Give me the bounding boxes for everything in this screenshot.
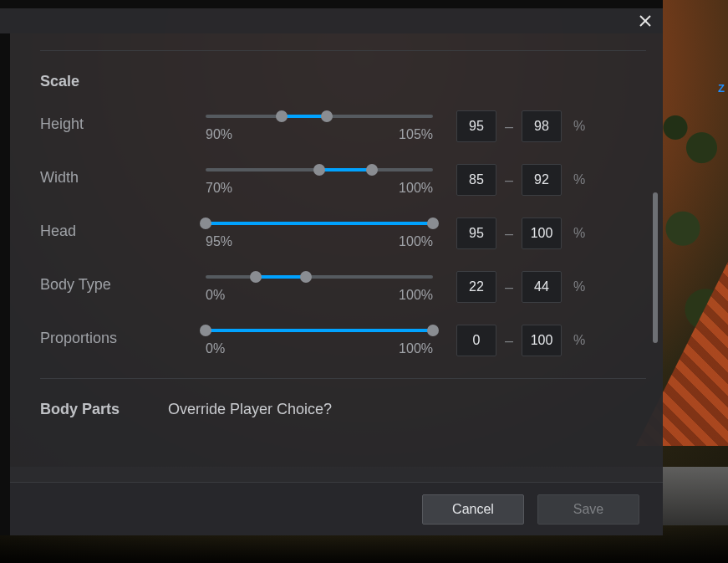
- slider-thumb-high[interactable]: [300, 271, 312, 283]
- vertical-scrollbar[interactable]: [651, 67, 659, 448]
- slider-thumb-low[interactable]: [313, 164, 325, 176]
- slider-track: [206, 275, 433, 279]
- range-dash: –: [505, 118, 513, 136]
- scale-label-width: Width: [40, 164, 182, 187]
- slider-max-label: 105%: [399, 127, 433, 142]
- slider-thumb-high[interactable]: [427, 218, 439, 229]
- slider-thumb-high[interactable]: [321, 110, 333, 122]
- range-low-input-head[interactable]: [456, 218, 496, 249]
- slider-fill: [206, 329, 433, 332]
- range-low-input-body-type[interactable]: [456, 271, 496, 303]
- slider-min-label: 95%: [206, 234, 232, 249]
- range-slider-body-type[interactable]: [206, 271, 433, 283]
- close-icon[interactable]: [638, 13, 653, 28]
- slider-thumb-high[interactable]: [366, 164, 378, 176]
- scale-row-body-type: Body Type0%100%–%: [40, 271, 646, 303]
- slider-max-label: 100%: [399, 341, 433, 356]
- dialog-titlebar: [0, 8, 663, 33]
- range-slider-head[interactable]: [206, 218, 433, 229]
- slider-thumb-low[interactable]: [276, 110, 288, 122]
- section-divider-bottom: [40, 378, 646, 379]
- world-marker-z: Z: [718, 82, 725, 95]
- scrollbar-thumb[interactable]: [653, 192, 658, 343]
- scale-row-proportions: Proportions0%100%–%: [40, 325, 646, 356]
- scale-label-proportions: Proportions: [40, 325, 182, 347]
- range-slider-height[interactable]: [206, 110, 433, 122]
- range-low-input-height[interactable]: [456, 110, 496, 142]
- range-slider-proportions[interactable]: [206, 325, 433, 336]
- left-gutter: [0, 33, 10, 482]
- range-dash: –: [505, 171, 513, 189]
- scale-label-body-type: Body Type: [40, 271, 182, 294]
- range-high-input-proportions[interactable]: [522, 325, 562, 356]
- range-high-input-head[interactable]: [522, 218, 562, 249]
- range-high-input-width[interactable]: [522, 164, 562, 196]
- dialog-content: Scale Height90%105%–%Width70%100%–%Head9…: [10, 33, 663, 482]
- override-question: Override Player Choice?: [168, 401, 332, 418]
- percent-unit: %: [573, 226, 585, 241]
- slider-max-label: 100%: [399, 234, 433, 249]
- dialog-top-strip: [0, 0, 663, 8]
- scale-row-height: Height90%105%–%: [40, 110, 646, 142]
- section-divider-top: [40, 50, 646, 51]
- range-low-input-proportions[interactable]: [456, 325, 496, 356]
- scale-row-head: Head95%100%–%: [40, 218, 646, 249]
- slider-min-label: 0%: [206, 288, 225, 303]
- left-gutter-footer: [0, 482, 10, 535]
- slider-max-label: 100%: [399, 181, 433, 196]
- slider-fill: [256, 275, 306, 279]
- scale-label-head: Head: [40, 218, 182, 240]
- percent-unit: %: [573, 172, 585, 187]
- range-high-input-height[interactable]: [522, 110, 562, 142]
- slider-fill: [206, 222, 433, 225]
- save-button: Save: [537, 494, 639, 525]
- slider-fill: [282, 115, 327, 118]
- avatar-scale-dialog: Scale Height90%105%–%Width70%100%–%Head9…: [0, 0, 663, 535]
- percent-unit: %: [573, 119, 585, 134]
- range-dash: –: [505, 332, 513, 350]
- body-parts-title: Body Parts: [40, 401, 120, 418]
- slider-max-label: 100%: [399, 288, 433, 303]
- slider-min-label: 70%: [206, 181, 232, 196]
- scale-label-height: Height: [40, 110, 182, 133]
- range-low-input-width[interactable]: [456, 164, 496, 196]
- slider-fill: [319, 168, 372, 171]
- cancel-button[interactable]: Cancel: [422, 494, 524, 525]
- scale-section-title: Scale: [40, 73, 646, 90]
- range-high-input-body-type[interactable]: [522, 271, 562, 303]
- scale-row-width: Width70%100%–%: [40, 164, 646, 196]
- slider-min-label: 90%: [206, 127, 232, 142]
- percent-unit: %: [573, 333, 585, 348]
- range-dash: –: [505, 225, 513, 243]
- range-slider-width[interactable]: [206, 164, 433, 176]
- slider-thumb-high[interactable]: [427, 325, 439, 336]
- slider-thumb-low[interactable]: [250, 271, 262, 283]
- dialog-footer: Cancel Save: [0, 482, 663, 535]
- range-dash: –: [505, 279, 513, 296]
- slider-thumb-low[interactable]: [200, 218, 211, 229]
- percent-unit: %: [573, 279, 585, 294]
- slider-min-label: 0%: [206, 341, 225, 356]
- slider-thumb-low[interactable]: [200, 325, 211, 336]
